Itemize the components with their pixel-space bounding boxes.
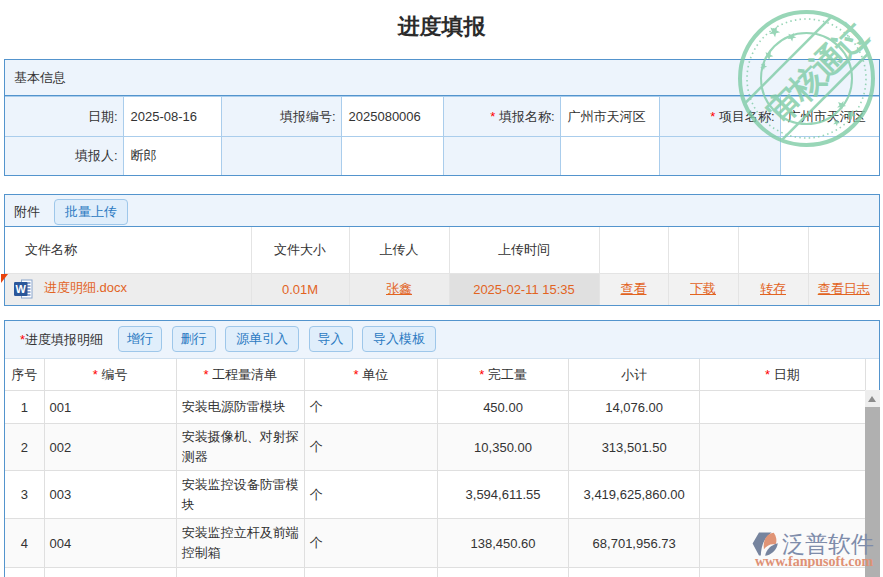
svg-text:W: W: [16, 283, 27, 295]
svg-text:www.fanpusoft.com: www.fanpusoft.com: [755, 554, 874, 568]
